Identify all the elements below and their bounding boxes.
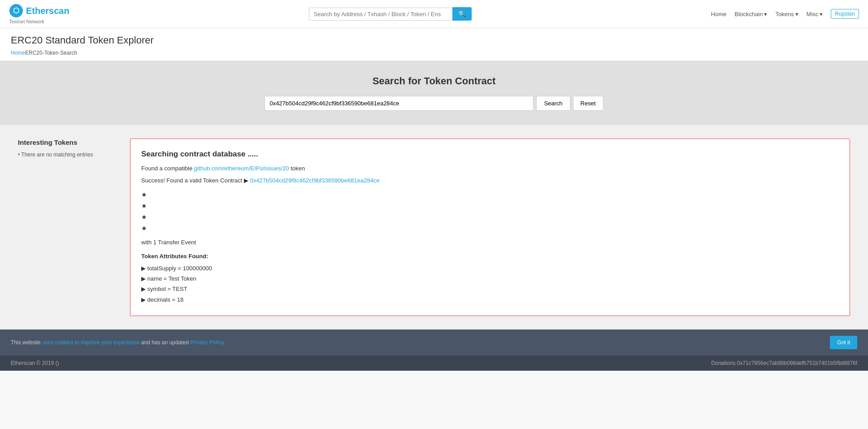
etherscan-logo-icon: ⬡ (9, 4, 23, 18)
testnet-label: Testnet Network (9, 19, 69, 24)
attribute-symbol: ▶ symbol = TEST (141, 284, 839, 294)
header-search-button[interactable]: 🔍 (452, 7, 472, 21)
result-success-prefix: Success! Found a valid Token Contract ▶ (141, 177, 250, 184)
result-found-prefix: Found a compatible (141, 165, 194, 172)
attribute-total-supply: ▶ totalSupply = 100000000 (141, 263, 839, 273)
network-badge[interactable]: Ropsten (831, 9, 859, 19)
token-search-section: Search for Token Contract Search Reset (0, 61, 868, 125)
token-search-title: Search for Token Contract (9, 75, 859, 87)
footer-donations: Donations 0x71c7656ec7ab88b098defb751b74… (711, 360, 857, 366)
star-4: ★ (141, 223, 839, 234)
no-entries-text: There are no matching entries (18, 152, 117, 158)
chevron-down-icon: ▾ (764, 11, 767, 17)
attribute-name: ▶ name = Test Token (141, 273, 839, 284)
cookie-link1[interactable]: uses cookies to improve your experience (42, 339, 139, 346)
result-title: Searching contract database ..... (141, 150, 839, 159)
footer-copyright: Etherscan © 2019 () (11, 360, 59, 366)
page-header-area: ERC20 Standard Token Explorer HomeERC20-… (0, 28, 868, 61)
chevron-down-icon: ▾ (795, 11, 799, 17)
breadcrumb-current: ERC20-Token Search (25, 50, 77, 56)
chevron-down-icon: ▾ (820, 11, 823, 17)
cookie-banner: This website uses cookies to improve you… (0, 329, 868, 355)
result-success-line: Success! Found a valid Token Contract ▶ … (141, 177, 839, 184)
page-title: ERC20 Standard Token Explorer (11, 35, 857, 46)
breadcrumb-home[interactable]: Home (11, 50, 25, 56)
nav-home[interactable]: Home (711, 11, 727, 17)
token-search-button[interactable]: Search (536, 96, 570, 111)
token-search-row: Search Reset (9, 96, 859, 111)
cookie-link2[interactable]: Privacy Policy (190, 339, 223, 346)
token-reset-button[interactable]: Reset (573, 96, 603, 111)
main-nav: Home Blockchain ▾ Tokens ▾ Misc ▾ Ropste… (711, 9, 859, 19)
cookie-text-after: . (223, 339, 225, 346)
header-search-bar: 🔍 (309, 7, 472, 21)
breadcrumb: HomeERC20-Token Search (11, 50, 857, 56)
result-contract-link[interactable]: 0x427b504cd29f9c462cf9bf336590be681ea284… (250, 177, 379, 184)
cookie-text-middle: and has an updated (139, 339, 190, 346)
main-content: Interesting Tokens There are no matching… (0, 125, 868, 329)
footer-donations-address[interactable]: 0x71c7656ec7ab88b098defb751b7401b5f8d887… (737, 360, 857, 366)
star-1: ★ (141, 189, 839, 200)
nav-misc[interactable]: Misc ▾ (807, 11, 823, 17)
transfer-event-text: with 1 Transfer Event (141, 239, 839, 246)
logo-area: ⬡ Etherscan Testnet Network (9, 4, 69, 24)
star-3: ★ (141, 212, 839, 223)
attributes-title: Token Attributes Found: (141, 253, 839, 260)
cookie-text-before: This website (11, 339, 42, 346)
logo-text: Etherscan (26, 6, 69, 16)
nav-tokens[interactable]: Tokens ▾ (775, 11, 798, 17)
svg-text:⬡: ⬡ (13, 7, 19, 14)
cookie-text: This website uses cookies to improve you… (11, 339, 225, 346)
interesting-tokens-panel: Interesting Tokens There are no matching… (18, 139, 117, 316)
footer: Etherscan © 2019 () Donations 0x71c7656e… (0, 355, 868, 371)
nav-blockchain[interactable]: Blockchain ▾ (735, 11, 768, 17)
attribute-decimals: ▶ decimals = 18 (141, 295, 839, 305)
result-found-line: Found a compatible github.com/ethereum/E… (141, 164, 839, 173)
result-panel: Searching contract database ..... Found … (130, 139, 850, 316)
header-search-input[interactable] (309, 8, 452, 21)
star-2: ★ (141, 200, 839, 212)
logo-row: ⬡ Etherscan (9, 4, 69, 18)
result-found-suffix: token (289, 165, 305, 172)
stars-area: ★ ★ ★ ★ (141, 189, 839, 234)
token-search-input[interactable] (265, 96, 534, 111)
header: ⬡ Etherscan Testnet Network 🔍 Home Block… (0, 0, 868, 28)
got-it-button[interactable]: Got it (830, 336, 857, 349)
interesting-tokens-title: Interesting Tokens (18, 139, 117, 146)
result-eip-link[interactable]: github.com/ethereum/EIPs/issues/20 (194, 165, 289, 172)
footer-donations-label: Donations (711, 360, 735, 366)
